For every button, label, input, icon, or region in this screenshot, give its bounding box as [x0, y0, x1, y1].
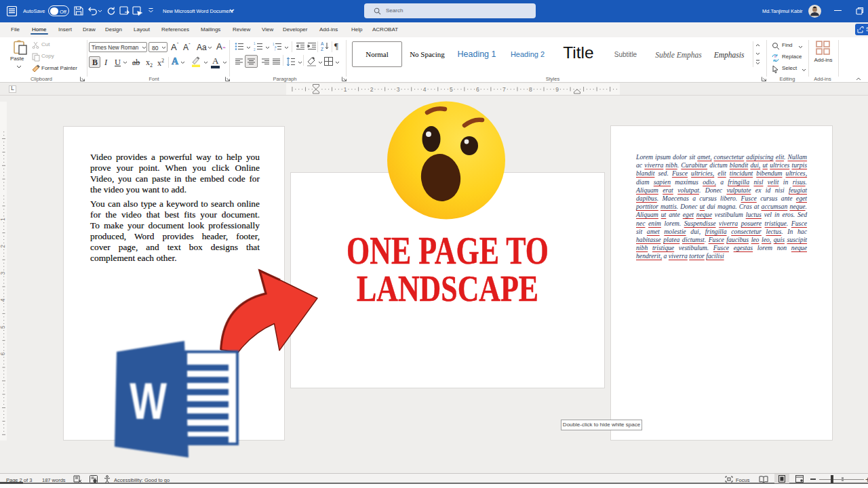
svg-text:LANDSCAPE: LANDSCAPE: [357, 267, 538, 309]
svg-text:2: 2: [254, 48, 256, 52]
svg-text:3: 3: [0, 271, 6, 274]
svg-text:4: 4: [423, 86, 427, 93]
svg-text:1: 1: [254, 42, 256, 45]
svg-text:4: 4: [0, 298, 6, 302]
svg-text:9: 9: [555, 86, 559, 93]
svg-text:ONE PAGE TO: ONE PAGE TO: [347, 232, 549, 272]
svg-text:W: W: [130, 372, 167, 429]
svg-text:6: 6: [0, 352, 6, 356]
svg-text:5: 5: [0, 325, 6, 329]
svg-text:Z: Z: [321, 47, 323, 52]
svg-text:1: 1: [344, 86, 347, 93]
svg-text:2: 2: [0, 245, 6, 248]
svg-text:i: i: [275, 48, 275, 51]
svg-text:3: 3: [397, 86, 400, 93]
svg-text:5: 5: [450, 86, 453, 93]
svg-text:A: A: [321, 41, 324, 46]
svg-text:8: 8: [529, 86, 532, 93]
svg-text:7: 7: [502, 86, 506, 93]
svg-text:c: c: [775, 58, 777, 62]
svg-text:6: 6: [476, 86, 479, 93]
svg-text:2: 2: [370, 86, 374, 93]
svg-text:1: 1: [0, 218, 6, 221]
